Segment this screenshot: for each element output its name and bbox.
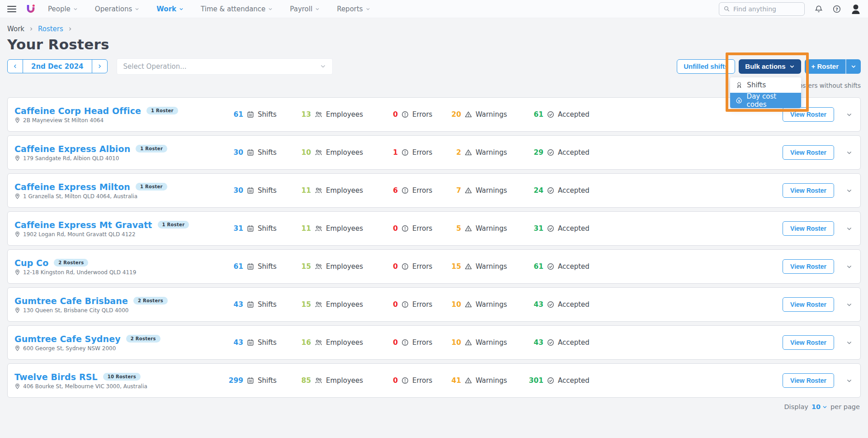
roster-identity: Gumtree Cafe Sydney 2 Rosters 600 George… bbox=[14, 334, 227, 352]
accepted-label: Accepted bbox=[558, 148, 590, 157]
page-size-select[interactable]: 10 bbox=[811, 403, 827, 410]
prev-day-button[interactable] bbox=[8, 60, 23, 73]
topbar-right: ? bbox=[719, 2, 861, 16]
errors-count: 0 bbox=[382, 376, 398, 385]
accepted-label: Accepted bbox=[558, 224, 590, 233]
nav-item-reports[interactable]: Reports bbox=[337, 5, 370, 13]
stat-accepted: 61 Accepted bbox=[527, 262, 620, 271]
employees-label: Employees bbox=[326, 300, 363, 309]
nav-item-payroll[interactable]: Payroll bbox=[290, 5, 320, 13]
add-roster-dropdown-button[interactable] bbox=[845, 59, 861, 74]
rosters-without-shifts-label[interactable]: Rosters without shifts bbox=[795, 82, 861, 89]
shifts-label: Shifts bbox=[258, 148, 277, 157]
view-roster-button[interactable]: View Roster bbox=[783, 145, 834, 160]
errors-label: Errors bbox=[412, 376, 432, 385]
roster-name-link[interactable]: Twelve Birds RSL bbox=[14, 372, 98, 382]
warnings-count: 5 bbox=[445, 224, 461, 233]
date-navigator: 2nd Dec 2024 bbox=[7, 59, 108, 73]
controls-row: 2nd Dec 2024 Select Operation... Unfille… bbox=[7, 58, 861, 75]
view-roster-button[interactable]: View Roster bbox=[783, 335, 834, 350]
accepted-label: Accepted bbox=[558, 300, 590, 309]
employees-label: Employees bbox=[326, 262, 363, 271]
help-button[interactable]: ? bbox=[833, 5, 841, 13]
row-expand-button[interactable] bbox=[846, 150, 852, 156]
next-day-button[interactable] bbox=[92, 60, 107, 73]
add-roster-button[interactable]: + Roster bbox=[805, 59, 845, 74]
row-expand-button[interactable] bbox=[846, 188, 852, 194]
per-page-label: per page bbox=[830, 403, 860, 410]
roster-name-link[interactable]: Caffeine Express Albion bbox=[14, 144, 130, 154]
warnings-count: 41 bbox=[445, 376, 461, 385]
bulk-actions-label: Bulk actions bbox=[745, 62, 785, 70]
row-expand-button[interactable] bbox=[846, 378, 852, 384]
view-roster-button[interactable]: View Roster bbox=[783, 373, 834, 388]
roster-count-badge: 10 Rosters bbox=[103, 373, 141, 381]
view-roster-button[interactable]: View Roster bbox=[783, 107, 834, 122]
roster-name-link[interactable]: Caffeine Corp Head Office bbox=[14, 106, 141, 116]
roster-calendar-icon bbox=[247, 339, 254, 346]
employees-icon bbox=[315, 111, 322, 118]
stat-warnings: 7 Warnings bbox=[445, 186, 527, 195]
errors-label: Errors bbox=[412, 224, 432, 233]
nav-item-people[interactable]: People bbox=[48, 5, 78, 13]
shifts-label: Shifts bbox=[258, 300, 277, 309]
nav-label: Work bbox=[156, 5, 176, 13]
menu-item-day-cost-codes[interactable]: $ Day cost codes bbox=[730, 93, 801, 108]
row-expand-button[interactable] bbox=[846, 340, 852, 346]
shifts-count: 30 bbox=[227, 186, 243, 195]
unfilled-shifts-button[interactable]: Unfilled shifts bbox=[677, 59, 735, 74]
stat-warnings: 15 Warnings bbox=[445, 262, 527, 271]
breadcrumb-item-work[interactable]: Work bbox=[7, 25, 24, 33]
user-avatar[interactable] bbox=[851, 4, 861, 14]
warnings-label: Warnings bbox=[476, 224, 507, 233]
view-roster-button[interactable]: View Roster bbox=[783, 259, 834, 274]
roster-count-badge: 2 Rosters bbox=[126, 335, 160, 343]
roster-name-link[interactable]: Cup Co bbox=[14, 258, 48, 268]
stat-employees: 16 Employees bbox=[295, 338, 382, 347]
roster-calendar-icon bbox=[247, 111, 254, 118]
breadcrumb-item-rosters[interactable]: Rosters bbox=[38, 25, 63, 33]
error-circle-icon bbox=[401, 187, 409, 194]
row-expand-button[interactable] bbox=[846, 264, 852, 270]
operation-select[interactable]: Select Operation... bbox=[117, 58, 333, 75]
roster-name-link[interactable]: Caffeine Express Mt Gravatt bbox=[14, 220, 152, 230]
stat-employees: 15 Employees bbox=[295, 262, 382, 271]
hamburger-menu-icon[interactable] bbox=[7, 6, 16, 12]
app-logo[interactable] bbox=[25, 4, 36, 14]
row-expand-button[interactable] bbox=[846, 302, 852, 308]
nav-label: Reports bbox=[337, 5, 363, 13]
nav-item-operations[interactable]: Operations bbox=[95, 5, 139, 13]
nav-item-time-attendance[interactable]: Time & attendance bbox=[201, 5, 273, 13]
date-display[interactable]: 2nd Dec 2024 bbox=[23, 60, 92, 73]
stat-accepted: 43 Accepted bbox=[527, 300, 620, 309]
bulk-actions-button[interactable]: Bulk actions bbox=[739, 59, 801, 74]
roster-name-link[interactable]: Caffeine Express Milton bbox=[14, 182, 130, 192]
roster-name-link[interactable]: Gumtree Cafe Brisbane bbox=[14, 296, 128, 306]
roster-name-link[interactable]: Gumtree Cafe Sydney bbox=[14, 334, 121, 344]
accepted-count: 31 bbox=[527, 224, 543, 233]
view-roster-button[interactable]: View Roster bbox=[783, 221, 834, 236]
view-roster-button[interactable]: View Roster bbox=[783, 297, 834, 312]
bulk-actions-dropdown: Shifts $ Day cost codes bbox=[730, 77, 801, 108]
roster-list: Caffeine Corp Head Office 1 Roster 2B Ma… bbox=[7, 97, 861, 398]
search-input[interactable] bbox=[733, 5, 800, 13]
row-expand-button[interactable] bbox=[846, 226, 852, 232]
accepted-count: 61 bbox=[527, 262, 543, 271]
roster-stats: 31 Shifts 11 Employees 0 bbox=[227, 224, 620, 233]
stat-shifts: 299 Shifts bbox=[227, 376, 295, 385]
menu-item-shifts[interactable]: Shifts bbox=[730, 77, 801, 93]
chevron-down-icon bbox=[73, 7, 78, 11]
warning-triangle-icon bbox=[465, 225, 472, 232]
warning-triangle-icon bbox=[465, 187, 472, 194]
nav-item-work[interactable]: Work bbox=[156, 5, 184, 13]
view-roster-button[interactable]: View Roster bbox=[783, 183, 834, 198]
row-expand-button[interactable] bbox=[846, 112, 852, 118]
chevron-down-icon bbox=[846, 264, 852, 270]
stat-employees: 10 Employees bbox=[295, 148, 382, 157]
roster-count-badge: 1 Roster bbox=[146, 107, 178, 114]
roster-stats: 43 Shifts 15 Employees 0 bbox=[227, 300, 620, 309]
notifications-button[interactable] bbox=[815, 5, 823, 13]
errors-label: Errors bbox=[412, 186, 432, 195]
roster-calendar-icon bbox=[247, 301, 254, 308]
global-search[interactable] bbox=[719, 2, 805, 16]
